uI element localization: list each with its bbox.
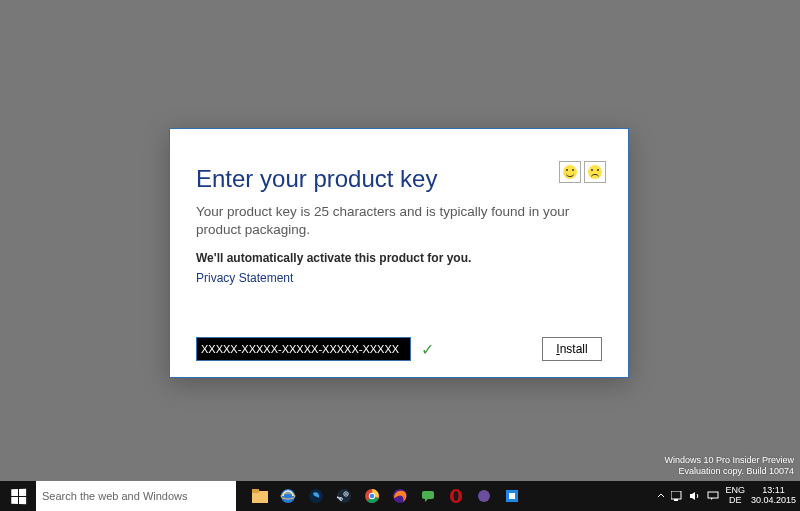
- search-input[interactable]: Search the web and Windows: [36, 481, 236, 511]
- system-tray: ENG DE 13:11 30.04.2015: [653, 481, 800, 511]
- dialog-subdescription: We'll automatically activate this produc…: [196, 251, 602, 265]
- dialog-body: Enter your product key Your product key …: [170, 159, 628, 286]
- svg-point-11: [370, 494, 375, 499]
- svg-rect-19: [671, 491, 681, 499]
- network-icon[interactable]: [671, 491, 683, 501]
- clock-date: 30.04.2015: [751, 496, 796, 506]
- svg-rect-1: [252, 489, 259, 493]
- internet-explorer-icon[interactable]: [278, 486, 298, 506]
- svg-rect-20: [674, 499, 678, 501]
- watermark-line1: Windows 10 Pro Insider Preview: [664, 455, 794, 466]
- clock[interactable]: 13:11 30.04.2015: [751, 486, 796, 506]
- tray-chevron-up-icon[interactable]: [657, 492, 665, 500]
- spartan-browser-icon[interactable]: [306, 486, 326, 506]
- language-indicator[interactable]: ENG DE: [725, 486, 745, 506]
- dialog-description: Your product key is 25 characters and is…: [196, 203, 602, 239]
- feedback-sad-button[interactable]: [584, 161, 606, 183]
- feedback-happy-button[interactable]: [559, 161, 581, 183]
- volume-icon[interactable]: [689, 491, 701, 501]
- lang-secondary: DE: [729, 496, 742, 506]
- svg-rect-21: [708, 492, 718, 498]
- svg-point-15: [454, 491, 459, 501]
- svg-rect-18: [509, 493, 515, 499]
- chrome-icon[interactable]: [362, 486, 382, 506]
- desktop-watermark: Windows 10 Pro Insider Preview Evaluatio…: [664, 455, 794, 477]
- watermark-line2: Evaluation copy. Build 10074: [664, 466, 794, 477]
- action-center-icon[interactable]: [707, 491, 719, 501]
- svg-point-5: [337, 489, 351, 503]
- svg-point-7: [345, 493, 347, 495]
- happy-face-icon: [563, 165, 577, 179]
- product-key-dialog: Enter your product key Your product key …: [169, 128, 629, 378]
- opera-icon[interactable]: [446, 486, 466, 506]
- task-icons: [250, 481, 522, 511]
- steam-icon[interactable]: [334, 486, 354, 506]
- product-key-input[interactable]: [196, 337, 411, 361]
- feedback-icons: [559, 161, 606, 183]
- install-button[interactable]: Install: [542, 337, 602, 361]
- chat-icon[interactable]: [418, 486, 438, 506]
- dialog-titlebar: [170, 129, 628, 159]
- install-label-rest: nstall: [560, 342, 588, 356]
- taskbar: Search the web and Windows: [0, 481, 800, 511]
- file-explorer-icon[interactable]: [250, 486, 270, 506]
- purple-circle-icon[interactable]: [474, 486, 494, 506]
- dialog-title: Enter your product key: [196, 165, 602, 193]
- svg-rect-13: [422, 491, 434, 499]
- checkmark-icon: ✓: [421, 340, 434, 359]
- app-icon[interactable]: [502, 486, 522, 506]
- sad-face-icon: [588, 165, 602, 179]
- privacy-statement-link[interactable]: Privacy Statement: [196, 271, 293, 285]
- start-button[interactable]: [0, 481, 36, 511]
- input-row: ✓ Install: [196, 337, 602, 361]
- desktop-background: Enter your product key Your product key …: [0, 0, 800, 511]
- windows-logo-icon: [11, 488, 26, 503]
- svg-point-16: [478, 490, 490, 502]
- firefox-icon[interactable]: [390, 486, 410, 506]
